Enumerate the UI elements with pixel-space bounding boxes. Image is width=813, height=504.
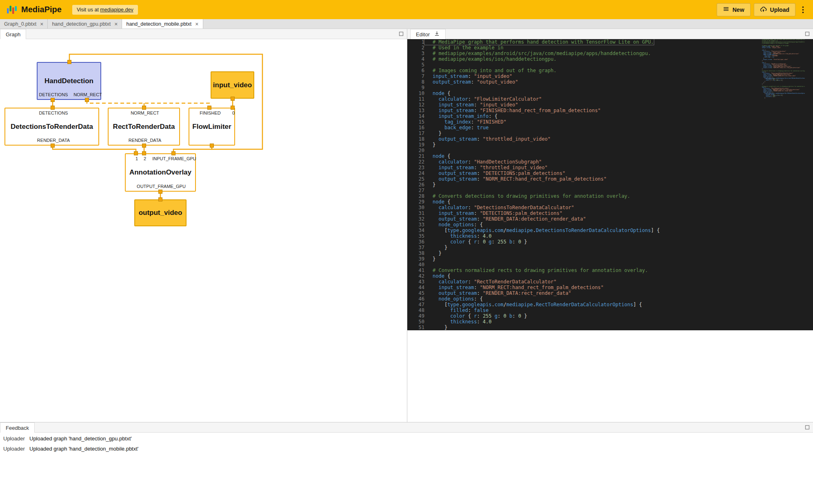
graph-node-FlowLimiter[interactable]: FINISHED0FlowLimiter: [189, 108, 235, 146]
line-number: 23: [407, 165, 424, 170]
editor-tab-label: Editor: [416, 31, 430, 38]
code-line[interactable]: 23 input_stream: "throttled_input_video": [407, 165, 813, 170]
code-line[interactable]: 33 node_options: {: [407, 222, 813, 228]
line-text: color { r: 255 g: 0 b: 0 }: [424, 313, 527, 319]
line-number: 38: [407, 250, 424, 256]
port-label: 1: [136, 156, 138, 161]
feedback-row: UploaderUploaded graph 'hand_detection_m…: [0, 444, 813, 454]
code-line[interactable]: 45 output_stream: "RENDER_DATA:rect_rend…: [407, 290, 813, 296]
code-line[interactable]: 46 node_options: {: [407, 296, 813, 302]
line-number: 34: [407, 228, 424, 233]
code-line[interactable]: 47 [type.googleapis.com/mediapipe.RectTo…: [407, 302, 813, 307]
tab-graph[interactable]: Graph: [0, 29, 26, 39]
graph-canvas[interactable]: DETECTIONSNORM_RECTHandDetectioninput_vi…: [0, 39, 407, 422]
download-icon[interactable]: [434, 31, 440, 38]
code-line[interactable]: 20: [407, 148, 813, 153]
line-text: }: [424, 325, 447, 330]
code-line[interactable]: 50 thickness: 4.0: [407, 319, 813, 325]
line-text: thickness: 4.0: [424, 319, 492, 325]
file-tab-label: hand_detection_gpu.pbtxt: [52, 21, 111, 27]
code-line[interactable]: 2# Used in the example in: [407, 45, 813, 51]
file-tab[interactable]: Graph_0.pbtxt×: [0, 19, 48, 29]
code-line[interactable]: 24 output_stream: "DETECTIONS:palm_detec…: [407, 170, 813, 176]
close-tab-icon[interactable]: ×: [114, 21, 118, 27]
close-tab-icon[interactable]: ×: [195, 21, 198, 27]
file-tab[interactable]: hand_detection_mobile.pbtxt×: [122, 19, 203, 29]
code-line[interactable]: 43 calculator: "RectToRenderDataCalculat…: [407, 279, 813, 285]
new-button[interactable]: New: [717, 3, 751, 16]
code-line[interactable]: 27: [407, 188, 813, 193]
code-line[interactable]: 35 thickness: 4.0: [407, 233, 813, 239]
more-menu-button[interactable]: [800, 4, 806, 15]
code-line[interactable]: 48 filled: false: [407, 307, 813, 313]
line-number: 11: [407, 96, 424, 102]
line-number: 43: [407, 279, 424, 285]
code-line[interactable]: 17 }: [407, 130, 813, 136]
code-line[interactable]: 4# mediapipe/examples/ios/handdetectiong…: [407, 56, 813, 62]
code-line[interactable]: 49 color { r: 255 g: 0 b: 0 }: [407, 313, 813, 319]
code-line[interactable]: 3# mediapipe/examples/android/src/java/c…: [407, 51, 813, 56]
code-line[interactable]: 14 input_stream_info: {: [407, 113, 813, 119]
code-line[interactable]: 21node {: [407, 153, 813, 159]
code-line[interactable]: 12 input_stream: "input_video": [407, 102, 813, 108]
code-line[interactable]: 22 calculator: "HandDetectionSubgraph": [407, 159, 813, 165]
graph-node-DetectionsToRenderData[interactable]: DETECTIONSRENDER_DATADetectionsToRenderD…: [4, 108, 99, 146]
file-tab[interactable]: hand_detection_gpu.pbtxt×: [48, 19, 122, 29]
code-line[interactable]: 26}: [407, 182, 813, 188]
code-line[interactable]: 42node {: [407, 273, 813, 279]
graph-node-input_video[interactable]: input_video: [211, 71, 254, 99]
code-line[interactable]: 30 calculator: "DetectionsToRenderDataCa…: [407, 205, 813, 210]
line-number: 48: [407, 307, 424, 313]
graph-panel-header: Graph: [0, 29, 407, 39]
code-line[interactable]: 10node {: [407, 91, 813, 96]
code-line[interactable]: 36 color { r: 0 g: 255 b: 0 }: [407, 239, 813, 245]
code-line[interactable]: 37 }: [407, 245, 813, 250]
code-line[interactable]: 19}: [407, 142, 813, 148]
code-line[interactable]: 28# Converts detections to drawing primi…: [407, 193, 813, 199]
code-line[interactable]: 5: [407, 62, 813, 68]
code-line[interactable]: 13 input_stream: "FINISHED:hand_rect_fro…: [407, 108, 813, 113]
code-line[interactable]: 32 output_stream: "RENDER_DATA:detection…: [407, 216, 813, 222]
code-line[interactable]: 41# Converts normalized rects to drawing…: [407, 267, 813, 273]
line-number: 39: [407, 256, 424, 262]
code-line[interactable]: 6# Images coming into and out of the gra…: [407, 68, 813, 73]
port-label: NORM_RECT: [73, 92, 102, 97]
code-line[interactable]: 1# MediaPipe graph that performs hand de…: [407, 39, 813, 45]
port-label: 0: [232, 111, 235, 115]
code-lines: 1# MediaPipe graph that performs hand de…: [407, 39, 813, 330]
code-line[interactable]: 11 calculator: "FlowLimiterCalculator": [407, 96, 813, 102]
line-text: }: [424, 250, 442, 256]
code-line[interactable]: 7input_stream: "input_video": [407, 73, 813, 79]
expand-editor-panel-icon[interactable]: [805, 31, 810, 36]
line-number: 44: [407, 285, 424, 290]
code-line[interactable]: 39}: [407, 256, 813, 262]
code-line[interactable]: 34 [type.googleapis.com/mediapipe.Detect…: [407, 228, 813, 233]
code-line[interactable]: 9: [407, 85, 813, 91]
graph-node-AnnotationOverlay[interactable]: 12INPUT_FRAME_GPUOUTPUT_FRAME_GPUAnnotat…: [125, 153, 196, 192]
code-line[interactable]: 18 output_stream: "throttled_input_video…: [407, 136, 813, 142]
upload-button[interactable]: Upload: [754, 3, 795, 16]
code-line[interactable]: 25 output_stream: "NORM_RECT:hand_rect_f…: [407, 176, 813, 182]
graph-node-RectToRenderData[interactable]: NORM_RECTRENDER_DATARectToRenderData: [108, 108, 180, 146]
graph-node-output_video[interactable]: output_video: [134, 199, 187, 226]
code-line[interactable]: 8output_stream: "output_video": [407, 79, 813, 85]
code-line[interactable]: 38 }: [407, 250, 813, 256]
expand-feedback-panel-icon[interactable]: [805, 425, 810, 430]
tab-feedback[interactable]: Feedback: [0, 422, 35, 433]
code-line[interactable]: 16 back_edge: true: [407, 125, 813, 130]
code-line[interactable]: 44 input_stream: "NORM_RECT:hand_rect_fr…: [407, 285, 813, 290]
code-line[interactable]: 40: [407, 262, 813, 267]
close-tab-icon[interactable]: ×: [40, 21, 43, 27]
code-editor[interactable]: 1# MediaPipe graph that performs hand de…: [407, 39, 813, 330]
editor-minimap[interactable]: # MediaPipe graph that performs hand det…: [762, 39, 805, 330]
code-line[interactable]: 15 tag_index: "FINISHED": [407, 119, 813, 125]
port-label: DETECTIONS: [39, 92, 68, 97]
graph-node-HandDetection[interactable]: DETECTIONSNORM_RECTHandDetection: [37, 62, 101, 100]
tab-editor[interactable]: Editor: [410, 29, 446, 39]
code-line[interactable]: 31 input_stream: "DETECTIONS:palm_detect…: [407, 210, 813, 216]
port-label: FINISHED: [200, 111, 220, 115]
code-line[interactable]: 29node {: [407, 199, 813, 205]
code-line[interactable]: 51 }: [407, 325, 813, 330]
expand-graph-panel-icon[interactable]: [399, 31, 404, 36]
mediapipe-dev-link[interactable]: mediapipe.dev: [100, 7, 133, 13]
